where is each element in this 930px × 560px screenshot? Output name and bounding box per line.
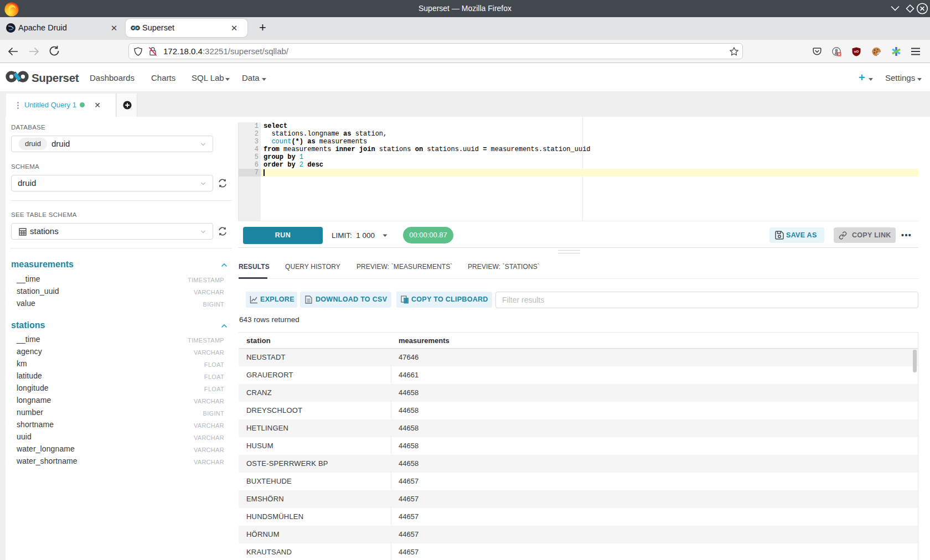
- svg-text:uO: uO: [854, 50, 859, 53]
